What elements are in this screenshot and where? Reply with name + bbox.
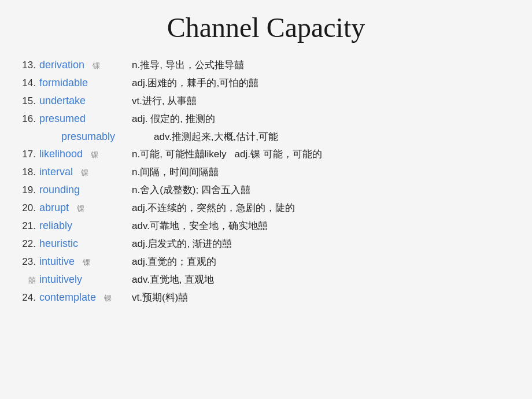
vocab-word: heuristic [39, 236, 132, 252]
table-row: 17. likelihood 锞 n.可能, 可能性囍likely adj.锞 … [17, 146, 515, 162]
vocab-definition: n.推导, 导出，公式推导囍 [132, 58, 515, 73]
audio-icon: 锞 [77, 204, 84, 213]
page-title: Channel Capacity [17, 12, 515, 43]
vocab-definition: n.舍入(成整数); 四舍五入囍 [132, 183, 515, 198]
table-row: 22. heuristic adj.启发式的, 渐进的囍 [17, 236, 515, 252]
vocab-word: contemplate 锞 [39, 290, 132, 306]
audio-icon: 锞 [93, 61, 100, 70]
page: Channel Capacity 13. derivation 锞 n.推导, … [0, 0, 532, 399]
audio-icon: 锞 [83, 258, 90, 267]
vocab-definition: vt.预期(料)囍 [132, 290, 515, 305]
vocab-subword: intuitively [39, 272, 132, 288]
vocab-word: intuitive 锞 [39, 254, 132, 270]
audio-icon: 锞 [81, 168, 88, 177]
vocab-word: presumed [39, 111, 132, 127]
vocab-definition: adj.直觉的；直观的 [132, 254, 515, 269]
item-number: 17. [17, 147, 39, 162]
vocab-word: formidable [39, 75, 132, 91]
table-row: 18. interval 锞 n.间隔，时间间隔囍 [17, 164, 515, 180]
audio-icon: 锞 [91, 150, 98, 159]
item-number: 19. [17, 183, 39, 198]
item-number: 16. [17, 112, 39, 127]
vocab-list: 13. derivation 锞 n.推导, 导出，公式推导囍 14. form… [17, 57, 515, 305]
vocab-word: undertake [39, 93, 132, 109]
item-number: 18. [17, 165, 39, 180]
table-row: presumably adv.推测起来,大概,估计,可能 [17, 129, 515, 145]
table-row: 24. contemplate 锞 vt.预期(料)囍 [17, 290, 515, 306]
item-number: 22. [17, 237, 39, 252]
item-number: 20. [17, 201, 39, 216]
item-number: 21. [17, 219, 39, 234]
vocab-definition: adj.不连续的，突然的，急剧的，陡的 [132, 201, 515, 216]
audio-icon: 锞 [104, 294, 112, 302]
item-number: 15. [17, 94, 39, 109]
vocab-word: rounding [39, 182, 132, 198]
vocab-word: abrupt 锞 [39, 200, 132, 216]
vocab-definition: adj.启发式的, 渐进的囍 [132, 237, 515, 252]
vocab-word: derivation 锞 [39, 57, 132, 73]
vocab-subword: presumably [61, 129, 154, 145]
table-row: 23. intuitive 锞 adj.直觉的；直观的 [17, 254, 515, 270]
table-row: 21. reliably adv.可靠地，安全地，确实地囍 [17, 218, 515, 234]
vocab-definition: adj. 假定的, 推测的 [132, 112, 515, 127]
vocab-subdefinition: adv.推测起来,大概,估计,可能 [154, 130, 278, 145]
item-number: 24. [17, 290, 39, 305]
vocab-definition: n.可能, 可能性囍likely adj.锞 可能，可能的 [132, 147, 515, 162]
table-row: 囍 intuitively adv.直觉地, 直观地 [17, 272, 515, 288]
item-number: 13. [17, 58, 39, 73]
vocab-definition: adj.困难的，棘手的,可怕的囍 [132, 76, 515, 91]
item-number: 23. [17, 254, 39, 269]
vocab-definition: n.间隔，时间间隔囍 [132, 165, 515, 180]
table-row: 19. rounding n.舍入(成整数); 四舍五入囍 [17, 182, 515, 198]
table-row: 14. formidable adj.困难的，棘手的,可怕的囍 [17, 75, 515, 91]
cue-icon: 囍 [17, 275, 39, 286]
vocab-definition: adv.可靠地，安全地，确实地囍 [132, 219, 515, 234]
table-row: 13. derivation 锞 n.推导, 导出，公式推导囍 [17, 57, 515, 73]
vocab-word: interval 锞 [39, 164, 132, 180]
vocab-definition: vt.进行, 从事囍 [132, 94, 515, 109]
table-row: 15. undertake vt.进行, 从事囍 [17, 93, 515, 109]
vocab-subdefinition: adv.直觉地, 直观地 [132, 272, 214, 287]
table-row: 20. abrupt 锞 adj.不连续的，突然的，急剧的，陡的 [17, 200, 515, 216]
vocab-word: likelihood 锞 [39, 146, 132, 162]
table-row: 16. presumed adj. 假定的, 推测的 [17, 111, 515, 127]
vocab-word: reliably [39, 218, 132, 234]
item-number: 14. [17, 76, 39, 91]
